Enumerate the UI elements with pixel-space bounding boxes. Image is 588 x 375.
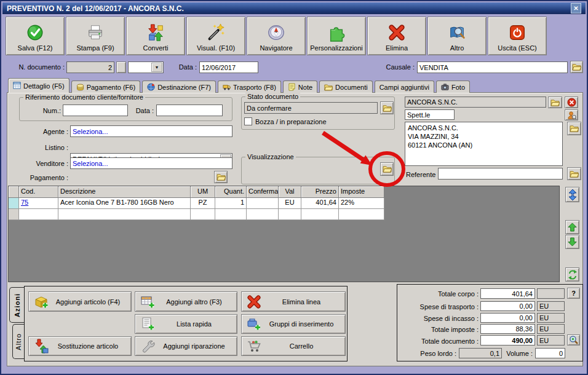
causale-field[interactable]: VENDITA	[417, 61, 568, 73]
cell-val[interactable]: EU	[279, 198, 301, 209]
spese-incasso-field[interactable]: 0,00	[480, 313, 535, 323]
referente-folder-button[interactable]	[567, 167, 581, 180]
toolbar-delete-button[interactable]: Elimina	[367, 17, 426, 55]
tab-pagamento[interactable]: Pagamento (F6)	[71, 81, 140, 93]
close-button[interactable]: ✕	[571, 3, 581, 14]
empty-cell[interactable]	[301, 209, 339, 220]
toolbar-personalizations-button[interactable]: Personalizzazioni	[307, 17, 366, 55]
row-selector-cell[interactable]	[9, 198, 19, 209]
cell-descrizione[interactable]: Acer Iconia One 7 B1-780 16GB Nero	[58, 198, 191, 209]
cart-button[interactable]: Carrello	[241, 336, 346, 356]
insert-groups-button[interactable]: Gruppi di inserimento	[241, 314, 346, 334]
grid-header-conferma[interactable]: Conferma	[247, 186, 279, 198]
empty-cell[interactable]	[279, 209, 301, 220]
volume-label: Volume :	[492, 350, 533, 357]
add-repair-button[interactable]: Aggiungi riparazione	[135, 336, 237, 356]
totals-help-button[interactable]: ?	[567, 288, 580, 299]
cliente-folder-button[interactable]	[548, 97, 562, 108]
toolbar-navigator-button[interactable]: Navigatore	[247, 17, 306, 55]
stato-field[interactable]: Da confermare	[244, 102, 378, 114]
indirizzo-folder-button[interactable]	[567, 122, 581, 135]
cell-imposte[interactable]: 22%	[339, 198, 384, 209]
empty-cell[interactable]	[58, 209, 191, 220]
toolbar-print-button[interactable]: Stampa (F9)	[66, 17, 125, 55]
grid-header-um[interactable]: UM	[191, 186, 215, 198]
empty-cell[interactable]	[339, 209, 384, 220]
table-row[interactable]: 75 Acer Iconia One 7 B1-780 16GB Nero PZ…	[9, 198, 384, 209]
cod-link[interactable]: 75	[21, 199, 28, 206]
table-row-empty[interactable]	[9, 209, 384, 220]
cliente-indirizzo-field[interactable]: ANCORA S.N.C. VIA MAZZINI, 34 60121 ANCO…	[405, 122, 563, 166]
delete-line-button[interactable]: Elimina linea	[241, 291, 346, 312]
actions-tab-azioni[interactable]: Azioni	[9, 287, 24, 323]
cliente-nome-field[interactable]: ANCORA S.N.C.	[405, 97, 546, 108]
agente-field[interactable]: Seleziona...	[70, 125, 232, 137]
grid-header-descrizione[interactable]: Descrizione	[58, 186, 191, 198]
tab-destinazione[interactable]: Destinazione (F7)	[142, 81, 216, 93]
cell-cod[interactable]: 75	[19, 198, 58, 209]
grid-header-cod[interactable]: Cod.	[19, 186, 58, 198]
row-selector-cell[interactable]	[9, 209, 19, 220]
cliente-intestazione-field[interactable]: Spett.le	[405, 109, 455, 120]
empty-cell[interactable]	[247, 209, 279, 220]
totale-imposte-field[interactable]: 88,36	[480, 324, 535, 334]
stato-folder-button[interactable]	[380, 101, 394, 114]
cell-conferma[interactable]	[247, 198, 279, 209]
cliente-remove-button[interactable]	[565, 97, 578, 108]
grid-header-quant[interactable]: Quant.	[215, 186, 247, 198]
doc-number-small-button[interactable]	[116, 61, 126, 73]
spese-trasporto-field[interactable]: 0,00	[480, 301, 535, 311]
person-search-icon	[567, 111, 576, 120]
venditore-field[interactable]: Seleziona...	[70, 157, 232, 169]
empty-cell[interactable]	[19, 209, 58, 220]
referente-field[interactable]	[438, 168, 563, 180]
tab-note[interactable]: Note	[283, 81, 317, 93]
title-bar[interactable]: PREVENTIVO N. 2 del 12/06/2017 - ANCORA …	[2, 2, 586, 14]
row-move-updown-button[interactable]	[565, 187, 579, 202]
toolbar-convert-button[interactable]: Converti	[126, 17, 185, 55]
riferimento-data-field[interactable]	[156, 105, 223, 116]
cell-um[interactable]: PZ	[191, 198, 215, 209]
action-button-label: Aggiungi altro (F3)	[157, 298, 237, 306]
stato-legend: Stato documento	[245, 93, 300, 101]
visualizzazione-folder-button[interactable]	[380, 162, 394, 176]
tab-foto[interactable]: Foto	[436, 81, 470, 93]
replace-article-button[interactable]: Sostituzione articolo	[28, 336, 132, 356]
quick-list-button[interactable]: Lista rapida	[135, 314, 237, 334]
tab-campi-aggiuntivi[interactable]: Campi aggiuntivi	[375, 81, 434, 93]
row-up-button[interactable]	[565, 220, 579, 234]
add-article-button[interactable]: Aggiungi articolo (F4)	[28, 291, 132, 312]
actions-tab-altro[interactable]: Altro	[12, 324, 24, 359]
totale-documento-field[interactable]: 490,00	[480, 335, 535, 345]
cliente-person-search-button[interactable]	[565, 109, 578, 120]
toolbar-more-button[interactable]: Altro	[427, 17, 487, 55]
causale-folder-button[interactable]	[570, 61, 583, 73]
volume-field[interactable]: 0	[535, 348, 565, 358]
totals-zoom-button[interactable]	[567, 334, 580, 345]
riferimento-num-field[interactable]	[63, 105, 128, 116]
grid-header-val[interactable]: Val	[279, 186, 301, 198]
group-add-icon	[247, 317, 261, 331]
bozza-checkbox[interactable]	[244, 117, 252, 125]
toolbar-exit-button[interactable]: Uscita (ESC)	[488, 17, 547, 55]
doc-series-combo[interactable]: ▼	[128, 61, 164, 73]
toolbar-save-button[interactable]: Salva (F12)	[6, 17, 65, 55]
totale-corpo-field[interactable]: 401,64	[480, 288, 535, 299]
empty-cell[interactable]	[191, 209, 215, 220]
tab-documenti[interactable]: Documenti	[319, 81, 373, 93]
pagamento-folder-button[interactable]	[214, 171, 228, 183]
grid-header-imposte[interactable]: Imposte	[339, 186, 384, 198]
row-down-button[interactable]	[565, 235, 579, 249]
tab-trasporto[interactable]: Trasporto (F8)	[218, 81, 281, 93]
chevron-down-icon[interactable]: ▼	[151, 63, 162, 72]
cell-quant[interactable]: 1	[215, 198, 247, 209]
doc-number-field[interactable]: 2	[66, 61, 114, 73]
tab-dettaglio[interactable]: Dettaglio (F5)	[8, 78, 70, 93]
refresh-button[interactable]	[565, 267, 579, 282]
doc-date-field[interactable]: 12/06/2017	[199, 61, 258, 73]
grid-header-prezzo[interactable]: Prezzo	[301, 186, 339, 198]
cell-prezzo[interactable]: 401,64	[301, 198, 339, 209]
toolbar-visual-button[interactable]: Visual. (F10)	[186, 17, 245, 55]
add-other-button[interactable]: Aggiungi altro (F3)	[135, 291, 237, 312]
empty-cell[interactable]	[215, 209, 247, 220]
